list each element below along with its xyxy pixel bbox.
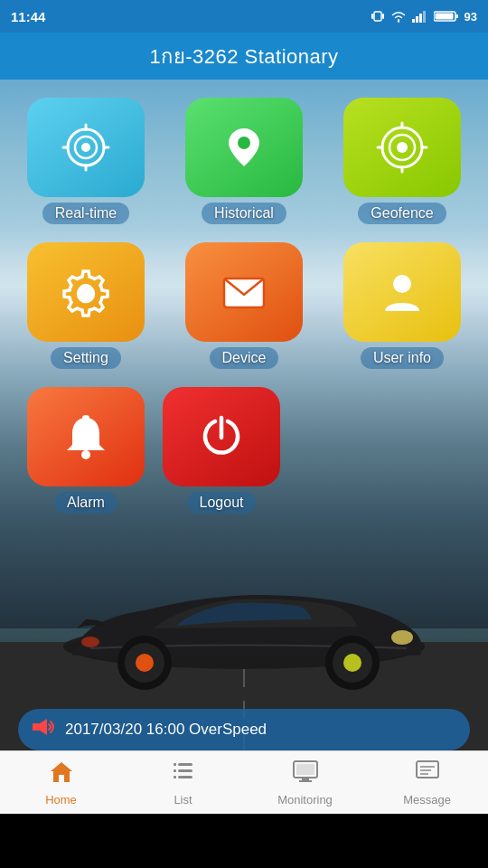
userinfo-button[interactable]: User info — [343, 242, 461, 369]
grid-row-1: Real-time Historical — [27, 98, 461, 224]
alarm-icon-box — [27, 387, 145, 486]
grid-row-2: Setting Device — [27, 242, 461, 369]
home-label: Home — [45, 793, 77, 807]
svg-point-24 — [81, 143, 90, 152]
logout-button[interactable]: Logout — [163, 387, 280, 514]
realtime-button[interactable]: Real-time — [27, 98, 145, 224]
setting-button[interactable]: Setting — [27, 242, 145, 369]
main-content: Real-time Historical — [0, 80, 488, 814]
device-label: Device — [210, 347, 279, 369]
geofence-icon-box — [343, 98, 461, 197]
monitoring-label: Monitoring — [277, 793, 333, 807]
svg-rect-0 — [374, 12, 381, 21]
time: 11:44 — [11, 9, 45, 24]
svg-rect-1 — [371, 14, 373, 19]
svg-point-16 — [136, 654, 154, 672]
svg-rect-46 — [178, 769, 192, 772]
svg-rect-8 — [455, 14, 458, 18]
alarm-button[interactable]: Alarm — [27, 387, 145, 514]
logout-icon-box — [163, 387, 280, 486]
svg-rect-9 — [435, 14, 453, 20]
historical-icon-box — [185, 98, 303, 197]
svg-point-21 — [81, 637, 99, 647]
nav-home[interactable]: Home — [0, 751, 122, 814]
geofence-button[interactable]: Geofence — [343, 98, 461, 224]
nav-monitoring[interactable]: Monitoring — [244, 751, 366, 814]
svg-rect-4 — [416, 16, 418, 23]
svg-rect-6 — [423, 11, 426, 23]
svg-rect-48 — [174, 763, 176, 766]
realtime-label: Real-time — [42, 203, 129, 224]
page-title: 1กย-3262 Stationary — [149, 41, 338, 72]
battery-level: 93 — [465, 10, 477, 24]
menu-grid: Real-time Historical — [0, 98, 488, 532]
userinfo-label: User info — [361, 347, 444, 369]
svg-rect-55 — [417, 761, 438, 778]
nav-list[interactable]: List — [122, 751, 244, 814]
svg-rect-5 — [419, 14, 422, 23]
home-icon — [49, 760, 74, 789]
status-icons: 93 — [371, 9, 477, 24]
battery-icon — [434, 10, 459, 23]
bottom-nav: Home List — [0, 750, 488, 814]
svg-rect-45 — [178, 763, 192, 766]
svg-rect-53 — [302, 778, 309, 780]
list-label: List — [174, 793, 192, 807]
historical-label: Historical — [202, 203, 286, 224]
message-label: Message — [403, 793, 451, 807]
signal-icon — [412, 10, 428, 23]
svg-point-32 — [397, 142, 408, 153]
svg-point-41 — [81, 450, 90, 459]
historical-button[interactable]: Historical — [185, 98, 303, 224]
alert-message: 2017/03/20 16:00 OverSpeed — [65, 721, 267, 739]
device-button[interactable]: Device — [185, 242, 303, 369]
logout-label: Logout — [187, 492, 257, 514]
svg-rect-49 — [174, 769, 176, 772]
userinfo-icon-box — [343, 242, 461, 342]
header: 1กย-3262 Stationary — [0, 33, 488, 80]
alert-icon — [33, 717, 56, 742]
geofence-label: Geofence — [358, 203, 446, 224]
svg-point-19 — [343, 654, 361, 672]
wifi-icon — [390, 10, 407, 23]
svg-point-29 — [238, 137, 250, 149]
device-icon-box — [185, 242, 303, 342]
grid-row-3: Alarm Logout — [27, 387, 461, 514]
svg-rect-42 — [82, 415, 89, 420]
setting-label: Setting — [51, 347, 121, 369]
nav-message[interactable]: Message — [366, 751, 488, 814]
svg-rect-54 — [299, 780, 312, 782]
monitoring-icon — [292, 760, 319, 789]
svg-rect-47 — [178, 776, 192, 778]
vibrate-icon — [371, 9, 385, 24]
svg-rect-52 — [296, 764, 314, 775]
setting-icon-box — [27, 242, 145, 342]
svg-rect-50 — [174, 776, 176, 778]
svg-rect-3 — [412, 19, 415, 23]
svg-rect-2 — [382, 14, 384, 19]
alert-bar: 2017/03/20 16:00 OverSpeed — [18, 709, 470, 750]
alarm-label: Alarm — [54, 492, 117, 514]
svg-rect-44 — [33, 723, 40, 731]
svg-point-40 — [393, 275, 411, 293]
status-bar: 11:44 93 — [0, 0, 488, 33]
realtime-icon-box — [27, 98, 145, 197]
message-icon — [415, 760, 440, 789]
svg-point-20 — [391, 630, 413, 645]
list-icon — [171, 760, 196, 789]
